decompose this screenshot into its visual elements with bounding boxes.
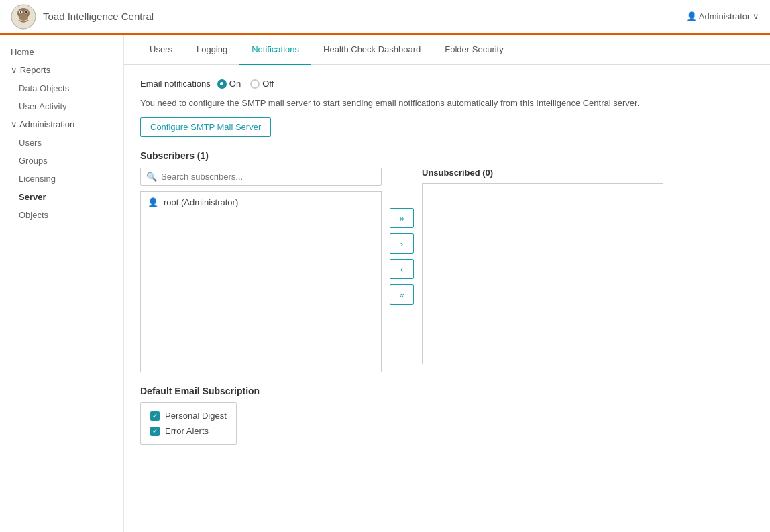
- sidebar-item-label: Objects: [19, 210, 48, 220]
- sidebar-item-label: Groups: [19, 156, 48, 166]
- sidebar-item-groups[interactable]: Groups: [0, 152, 123, 170]
- move-all-right-button[interactable]: »: [390, 208, 414, 228]
- email-notifications-label: Email notifications: [140, 78, 211, 89]
- personal-digest-item: ✓ Personal Digest: [150, 408, 227, 423]
- subscribers-header: Subscribers (1): [140, 150, 754, 161]
- tab-bar: UsersLoggingNotificationsHealth Check Da…: [124, 35, 770, 65]
- sidebar-item-licensing[interactable]: Licensing: [0, 170, 123, 188]
- personal-digest-label: Personal Digest: [165, 411, 227, 421]
- radio-off-option[interactable]: Off: [250, 78, 274, 89]
- notifications-content: Email notifications On Off You need to c…: [124, 65, 770, 532]
- tab-logging[interactable]: Logging: [184, 35, 239, 65]
- chevron-icon: ∨: [11, 65, 20, 75]
- app-header: Toad Intelligence Central 👤 Administrato…: [0, 0, 770, 35]
- error-alerts-label: Error Alerts: [165, 426, 209, 436]
- radio-off-dot: [250, 79, 260, 89]
- unsubscribed-col: Unsubscribed (0): [422, 168, 663, 364]
- sidebar-item-server[interactable]: Server: [0, 188, 123, 206]
- checkbox-group: ✓ Personal Digest ✓ Error Alerts: [140, 402, 237, 445]
- tab-health-check[interactable]: Health Check Dashboard: [311, 35, 433, 65]
- sidebar: Home∨ ReportsData ObjectsUser Activity∨ …: [0, 35, 124, 532]
- subscribers-col: 🔍 👤 root (Administrator): [140, 168, 382, 372]
- unsubscribed-list-box: [422, 183, 663, 364]
- radio-off-label: Off: [262, 78, 274, 89]
- unsubscribed-header: Unsubscribed (0): [422, 168, 663, 178]
- default-email-header: Default Email Subscription: [140, 386, 754, 396]
- svg-point-6: [19, 14, 28, 21]
- app-title: Toad Intelligence Central: [43, 11, 154, 22]
- sidebar-item-users[interactable]: Users: [0, 134, 123, 152]
- sidebar-item-label: Administration: [19, 119, 74, 129]
- sidebar-item-label: User Activity: [19, 101, 67, 111]
- sidebar-item-reports[interactable]: ∨ Reports: [0, 61, 123, 79]
- move-right-button[interactable]: ›: [390, 233, 414, 254]
- tab-users[interactable]: Users: [138, 35, 184, 65]
- user-icon: 👤: [686, 11, 699, 21]
- radio-on-option[interactable]: On: [217, 78, 241, 89]
- radio-on-dot: [217, 79, 227, 89]
- list-item: 👤 root (Administrator): [141, 192, 381, 213]
- sidebar-item-label: Home: [11, 47, 34, 57]
- transfer-buttons-col: » › ‹ «: [382, 168, 422, 305]
- email-notifications-row: Email notifications On Off: [140, 78, 754, 89]
- search-input[interactable]: [161, 172, 376, 182]
- search-box[interactable]: 🔍: [140, 168, 382, 186]
- error-alerts-item: ✓ Error Alerts: [150, 423, 227, 439]
- sidebar-item-label: Users: [19, 138, 42, 148]
- personal-digest-checkbox[interactable]: ✓: [150, 411, 160, 421]
- sidebar-item-home[interactable]: Home: [0, 43, 123, 61]
- sidebar-item-user-activity[interactable]: User Activity: [0, 97, 123, 115]
- chevron-down-icon: ∨: [753, 11, 759, 21]
- tab-notifications[interactable]: Notifications: [239, 35, 311, 65]
- smtp-info-text: You need to configure the SMTP mail serv…: [140, 98, 754, 108]
- sidebar-item-label: Licensing: [19, 174, 56, 184]
- radio-group: On Off: [217, 78, 274, 89]
- sidebar-item-objects[interactable]: Objects: [0, 206, 123, 224]
- svg-point-4: [20, 11, 21, 12]
- search-icon: 🔍: [146, 172, 157, 182]
- tab-folder-security[interactable]: Folder Security: [433, 35, 515, 65]
- sidebar-item-data-objects[interactable]: Data Objects: [0, 79, 123, 97]
- move-left-button[interactable]: ‹: [390, 259, 414, 279]
- error-alerts-checkbox[interactable]: ✓: [150, 427, 160, 436]
- subscriber-name: root (Administrator): [164, 197, 238, 207]
- app-logo-icon: [11, 4, 36, 30]
- configure-smtp-button[interactable]: Configure SMTP Mail Server: [140, 117, 271, 137]
- move-all-left-button[interactable]: «: [390, 284, 414, 305]
- sidebar-item-label: Server: [19, 192, 46, 202]
- sidebar-item-label: Data Objects: [19, 83, 69, 93]
- sidebar-item-label: Reports: [20, 65, 51, 75]
- chevron-icon: ∨: [11, 119, 19, 129]
- sidebar-item-administration[interactable]: ∨ Administration: [0, 115, 123, 134]
- user-menu[interactable]: 👤 Administrator ∨: [686, 11, 759, 21]
- default-email-section: Default Email Subscription ✓ Personal Di…: [140, 386, 754, 445]
- radio-on-label: On: [229, 78, 241, 89]
- user-icon: 👤: [148, 197, 158, 207]
- svg-point-5: [25, 11, 27, 12]
- main-content: UsersLoggingNotificationsHealth Check Da…: [124, 35, 770, 532]
- logo-area: Toad Intelligence Central: [11, 4, 154, 30]
- subscribers-list-box: 👤 root (Administrator): [140, 191, 382, 372]
- subscriber-layout: 🔍 👤 root (Administrator) » › ‹: [140, 168, 754, 372]
- main-layout: Home∨ ReportsData ObjectsUser Activity∨ …: [0, 35, 770, 532]
